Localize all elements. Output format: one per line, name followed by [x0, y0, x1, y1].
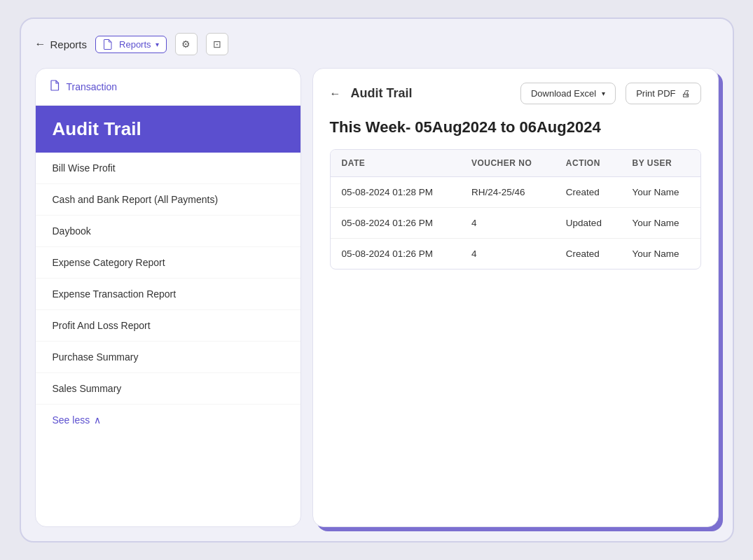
- cell-action: Created: [555, 239, 621, 270]
- audit-trail-menu-item[interactable]: Audit Trail: [36, 106, 300, 153]
- cell-action: Updated: [555, 208, 621, 239]
- list-item[interactable]: Expense Category Report: [36, 247, 300, 279]
- menu-item-label: Sales Summary: [53, 383, 122, 394]
- main-layout: Transaction Audit Trail Bill Wise Profit…: [35, 68, 719, 527]
- back-arrow-icon: ←: [35, 38, 46, 50]
- list-item[interactable]: Sales Summary: [36, 373, 300, 405]
- week-title: This Week- 05Aug2024 to 06Aug2024: [330, 118, 701, 136]
- col-voucher: VOUCHER NO: [460, 150, 555, 177]
- gear-button[interactable]: ⚙: [175, 33, 198, 55]
- right-header: ← Audit Trail Download Excel ▾ Print PDF…: [330, 83, 701, 104]
- chevron-down-icon: ▾: [156, 41, 159, 48]
- menu-item-label: Expense Transaction Report: [53, 288, 177, 300]
- print-label: Print PDF: [636, 88, 675, 99]
- list-item[interactable]: Purchase Summary: [36, 342, 300, 373]
- see-less-label: See less: [53, 414, 90, 426]
- file-icon: [103, 39, 112, 50]
- cell-date: 05-08-2024 01:28 PM: [331, 177, 460, 208]
- audit-trail-menu-label: Audit Trail: [53, 118, 141, 139]
- menu-item-label: Expense Category Report: [53, 257, 165, 268]
- left-panel: Transaction Audit Trail Bill Wise Profit…: [35, 68, 301, 527]
- right-panel-title: Audit Trail: [351, 86, 511, 101]
- transaction-label: Transaction: [67, 81, 118, 92]
- menu-item-label: Profit And Loss Report: [53, 320, 151, 331]
- list-item[interactable]: Daybook: [36, 216, 300, 247]
- header-title: Reports: [50, 38, 88, 50]
- transaction-item[interactable]: Transaction: [36, 69, 300, 106]
- audit-table: DATE VOUCHER NO ACTION BY USER 05-08-202…: [330, 149, 701, 270]
- list-item[interactable]: Cash and Bank Report (All Payments): [36, 184, 300, 216]
- cell-date: 05-08-2024 01:26 PM: [331, 208, 460, 239]
- menu-item-label: Daybook: [53, 225, 91, 237]
- see-less-button[interactable]: See less ∧: [36, 405, 300, 435]
- message-button[interactable]: ⊡: [206, 33, 228, 55]
- back-button[interactable]: ← Reports: [35, 38, 88, 50]
- cell-user: Your Name: [621, 208, 700, 239]
- print-pdf-button[interactable]: Print PDF 🖨: [626, 83, 700, 104]
- cell-voucher: 4: [460, 239, 555, 270]
- cell-voucher: 4: [460, 208, 555, 239]
- right-back-button[interactable]: ←: [330, 88, 341, 100]
- outer-container: ← Reports Reports ▾ ⚙ ⊡: [20, 18, 734, 542]
- menu-item-label: Cash and Bank Report (All Payments): [53, 194, 219, 205]
- cell-user: Your Name: [621, 177, 700, 208]
- table-header-row: DATE VOUCHER NO ACTION BY USER: [331, 150, 700, 177]
- message-icon: ⊡: [213, 38, 221, 50]
- right-panel: ← Audit Trail Download Excel ▾ Print PDF…: [312, 68, 719, 527]
- chevron-up-icon: ∧: [94, 414, 101, 426]
- gear-icon: ⚙: [181, 38, 191, 50]
- list-item[interactable]: Expense Transaction Report: [36, 279, 300, 310]
- cell-date: 05-08-2024 01:26 PM: [331, 239, 460, 270]
- menu-item-label: Bill Wise Profit: [53, 162, 116, 174]
- printer-icon: 🖨: [682, 88, 691, 99]
- menu-item-label: Purchase Summary: [53, 351, 139, 363]
- cell-user: Your Name: [621, 239, 700, 270]
- table-row: 05-08-2024 01:26 PM 4 Created Your Name: [331, 239, 700, 270]
- list-item[interactable]: Bill Wise Profit: [36, 153, 300, 184]
- list-item[interactable]: Profit And Loss Report: [36, 310, 300, 342]
- download-label: Download Excel: [531, 88, 596, 99]
- download-excel-button[interactable]: Download Excel ▾: [520, 83, 616, 104]
- header: ← Reports Reports ▾ ⚙ ⊡: [35, 33, 719, 55]
- transaction-icon: [50, 80, 60, 94]
- col-action: ACTION: [555, 150, 621, 177]
- cell-action: Created: [555, 177, 621, 208]
- reports-dropdown-label: Reports: [119, 39, 151, 50]
- table-row: 05-08-2024 01:28 PM RH/24-25/46 Created …: [331, 177, 700, 208]
- table-row: 05-08-2024 01:26 PM 4 Updated Your Name: [331, 208, 700, 239]
- chevron-down-icon: ▾: [602, 90, 605, 97]
- reports-dropdown[interactable]: Reports ▾: [95, 36, 167, 53]
- cell-voucher: RH/24-25/46: [460, 177, 555, 208]
- col-user: BY USER: [621, 150, 700, 177]
- col-date: DATE: [331, 150, 460, 177]
